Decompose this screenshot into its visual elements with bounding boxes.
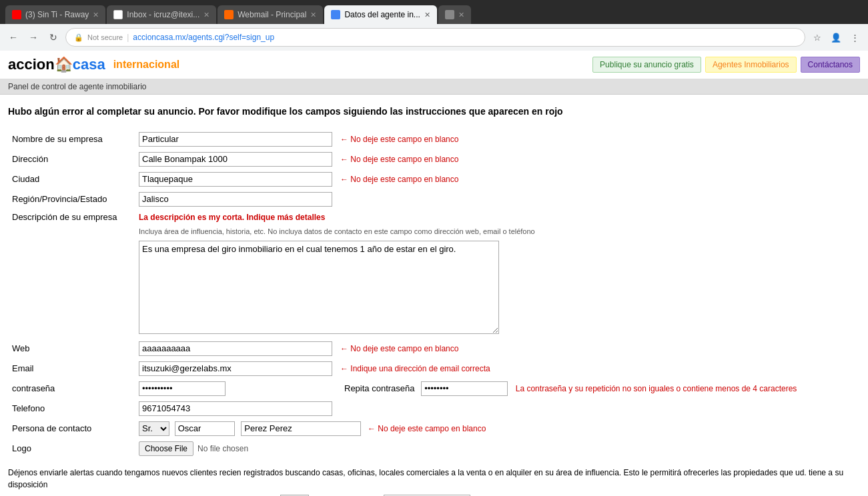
contact-firstname-input[interactable] <box>175 421 235 436</box>
password-label: contraseña <box>8 379 135 399</box>
tab-agent-label: Datos del agente in... <box>344 10 420 19</box>
password-error: La contraseña y su repetición no son igu… <box>510 384 797 393</box>
logo-internacional: internacional <box>113 59 180 71</box>
tab-gmail[interactable]: Inbox - icruz@itexi... ✕ <box>107 5 216 24</box>
address-input-cell <box>135 149 336 169</box>
tab-youtube-label: (3) Sin Ti - Raway <box>25 10 89 19</box>
logo-house-icon: 🏠 <box>55 56 73 73</box>
page: accion🏠casa internacional Publique su an… <box>0 51 868 496</box>
tab-gmail-label: Inbox - icruz@itexi... <box>127 10 199 19</box>
panel-label: Panel de control de agente inmobiliario <box>8 82 146 91</box>
tab-youtube-close[interactable]: ✕ <box>93 11 99 19</box>
repeat-password-input[interactable] <box>421 381 508 396</box>
logo-accion: accion <box>8 56 55 73</box>
profile-button[interactable]: 👤 <box>828 29 844 45</box>
phone-label: Telefono <box>8 399 135 419</box>
company-name-error: ← No deje este campo en blanco <box>336 129 846 149</box>
web-input[interactable] <box>139 341 332 356</box>
back-button[interactable]: ← <box>5 29 21 45</box>
reload-button[interactable]: ↻ <box>45 29 61 45</box>
description-hint-row: Incluya área de influencia, historia, et… <box>8 225 846 238</box>
panel-bar: Panel de control de agente inmobiliario <box>0 79 868 95</box>
city-label: Ciudad <box>8 169 135 189</box>
forward-button[interactable]: → <box>25 29 41 45</box>
email-input-cell <box>135 359 336 379</box>
region-input[interactable] <box>139 192 332 207</box>
alert-text: Déjenos enviarle alertas cuando tengamos… <box>8 467 846 491</box>
no-file-label: No file chosen <box>197 444 248 453</box>
tab-empty[interactable]: ✕ <box>438 5 471 24</box>
contact-title-select[interactable]: Sr. Sra. Dr. <box>139 421 169 436</box>
password-input[interactable] <box>139 381 226 396</box>
company-name-input-cell <box>135 129 336 149</box>
description-label-row: Descripción de su empresa La descripción… <box>8 209 846 225</box>
alert-section: Déjenos enviarle alertas cuando tengamos… <box>8 467 846 496</box>
address-bar[interactable]: 🔒 Not secure | accioncasa.mx/agents.cgi?… <box>65 28 805 47</box>
tab-webmail-label: Webmail - Principal <box>238 10 306 19</box>
tab-webmail-close[interactable]: ✕ <box>310 11 316 19</box>
tab-webmail[interactable]: Webmail - Principal ✕ <box>218 5 323 24</box>
company-name-input[interactable] <box>139 132 332 147</box>
contact-lastname-input[interactable] <box>241 421 361 436</box>
address-separator: | <box>127 33 129 42</box>
nav-actions: ☆ 👤 ⋮ <box>809 29 863 45</box>
youtube-favicon <box>12 10 21 19</box>
menu-button[interactable]: ⋮ <box>847 29 863 45</box>
tab-agent-close[interactable]: ✕ <box>424 11 430 19</box>
nav-bar: ← → ↻ 🔒 Not secure | accioncasa.mx/agent… <box>0 24 868 51</box>
not-secure-label: Not secure <box>87 33 123 41</box>
address-row: Dirección ← No deje este campo en blanco <box>8 149 846 169</box>
logo-row: Logo Choose File No file chosen <box>8 439 846 459</box>
bookmark-star-button[interactable]: ☆ <box>809 29 825 45</box>
lock-icon: 🔒 <box>74 33 83 42</box>
address-label: Dirección <box>8 149 135 169</box>
main-content: Hubo algún error al completar su anuncio… <box>0 95 854 496</box>
email-row: Email ← Indique una dirección de email c… <box>8 359 846 379</box>
agent-favicon <box>331 10 340 19</box>
description-label: Descripción de su empresa <box>8 209 135 225</box>
empty-favicon <box>445 10 454 19</box>
contact-link[interactable]: Contáctanos <box>801 57 860 73</box>
agents-link[interactable]: Agentes Inmobiliarios <box>705 57 797 73</box>
description-textarea-row: Es una empresa del giro inmobiliario en … <box>8 238 846 339</box>
description-error: La descripción es my corta. Indique más … <box>139 213 325 222</box>
web-input-cell <box>135 339 336 359</box>
web-error: ← No deje este campo en blanco <box>336 339 846 359</box>
address-input[interactable] <box>139 152 332 167</box>
region-row: Región/Provincia/Estado <box>8 189 846 209</box>
password-row: contraseña Repita contraseña La contrase… <box>8 379 846 399</box>
description-hint: Incluya área de influencia, historia, et… <box>135 225 846 238</box>
city-error: ← No deje este campo en blanco <box>336 169 846 189</box>
description-textarea[interactable]: Es una empresa del giro inmobiliario en … <box>139 241 499 334</box>
address-error: ← No deje este campo en blanco <box>336 149 846 169</box>
tab-bar: (3) Sin Ti - Raway ✕ Inbox - icruz@itexi… <box>0 0 868 24</box>
tab-empty-close[interactable]: ✕ <box>458 11 464 19</box>
contact-label: Persona de contacto <box>8 419 135 439</box>
repeat-password-label: Repita contraseña <box>340 383 419 393</box>
web-row: Web ← No deje este campo en blanco <box>8 339 846 359</box>
web-label: Web <box>8 339 135 359</box>
tab-gmail-close[interactable]: ✕ <box>203 11 209 19</box>
publish-ad-link[interactable]: Publique su anuncio gratis <box>592 57 701 73</box>
city-input-cell <box>135 169 336 189</box>
city-row: Ciudad ← No deje este campo en blanco <box>8 169 846 189</box>
email-input[interactable] <box>139 361 332 376</box>
logo-label: Logo <box>8 439 135 459</box>
contact-row: Persona de contacto Sr. Sra. Dr. ← No de… <box>8 419 846 439</box>
choose-file-button[interactable]: Choose File <box>139 441 193 456</box>
url-text: accioncasa.mx/agents.cgi?self=sign_up <box>133 33 274 42</box>
region-label: Región/Provincia/Estado <box>8 189 135 209</box>
city-input[interactable] <box>139 172 332 187</box>
region-input-cell <box>135 189 336 209</box>
company-name-row: Nombre de su empresa ← No deje este camp… <box>8 129 846 149</box>
email-error: ← Indique una dirección de email correct… <box>336 359 846 379</box>
site-nav-links: Publique su anuncio gratis Agentes Inmob… <box>592 57 860 73</box>
phone-input[interactable] <box>139 401 332 416</box>
browser-chrome: (3) Sin Ti - Raway ✕ Inbox - icruz@itexi… <box>0 0 868 51</box>
email-label: Email <box>8 359 135 379</box>
form-table: Nombre de su empresa ← No deje este camp… <box>8 129 846 459</box>
tab-youtube[interactable]: (3) Sin Ti - Raway ✕ <box>5 5 105 24</box>
contact-error: ← No deje este campo en blanco <box>364 424 486 433</box>
phone-input-cell <box>135 399 336 419</box>
tab-agent[interactable]: Datos del agente in... ✕ <box>324 5 436 24</box>
